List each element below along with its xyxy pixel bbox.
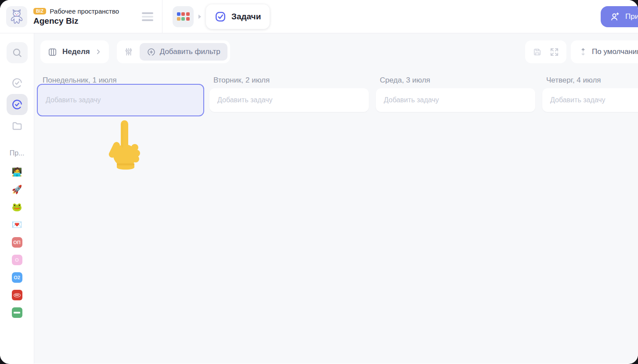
save-icon — [532, 47, 542, 57]
plan-badge: BIZ — [33, 8, 46, 14]
workspace-logo[interactable] — [6, 6, 27, 27]
add-task-placeholder: Добавить задачу — [550, 96, 606, 104]
save-view-button[interactable] — [532, 47, 542, 57]
projects-section-label: Пр... — [10, 149, 25, 157]
invite-button[interactable]: Пригласить — [601, 6, 638, 27]
green-brand-logo-bar — [14, 312, 20, 314]
check-circle-icon-active — [11, 99, 23, 110]
project-avatar-technologist-emoji[interactable]: 🧑‍💻 — [12, 167, 22, 177]
sidebar-item-projects[interactable] — [11, 120, 23, 132]
app-window: BIZ Рабочее пространство Agency Biz — [0, 0, 638, 364]
sidebar-item-tasks-active[interactable] — [7, 94, 28, 115]
tab-tasks-label: Задачи — [231, 12, 261, 22]
add-task-input-monday[interactable]: Добавить задачу — [37, 84, 204, 116]
week-columns: Понедельник, 1 июля Добавить задачу Втор… — [34, 63, 638, 112]
add-filter-label: Добавить фильтр — [160, 47, 220, 56]
fullscreen-button[interactable] — [549, 47, 559, 57]
project-avatar-frog-emoji[interactable]: 🐸 — [12, 202, 22, 213]
workspace-switcher: BIZ Рабочее пространство Agency Biz — [0, 0, 162, 33]
expand-icon — [549, 47, 559, 57]
sort-label: По умолчанию — [592, 47, 638, 56]
project-avatar-op[interactable]: ОП — [12, 237, 22, 248]
project-avatar-o[interactable]: О — [12, 255, 22, 265]
top-bar: BIZ Рабочее пространство Agency Biz — [0, 0, 638, 33]
workspace-menu-icon[interactable] — [140, 10, 155, 24]
day-column-title: Среда, 3 июля — [376, 76, 535, 85]
week-view-icon — [47, 47, 58, 57]
project-avatar-red-brand-logo[interactable] — [12, 290, 22, 300]
apps-grid-button[interactable] — [173, 6, 194, 27]
chevron-right-icon — [95, 48, 102, 55]
day-column-thursday: Четверг, 4 июля Добавить задачу — [542, 76, 638, 112]
view-actions-group — [525, 40, 566, 63]
search-icon — [11, 47, 23, 58]
add-task-input-thursday[interactable]: Добавить задачу — [542, 88, 638, 112]
day-column-monday: Понедельник, 1 июля Добавить задачу — [39, 76, 202, 112]
red-brand-logo-oval — [14, 293, 21, 297]
search-button[interactable] — [7, 42, 28, 63]
pointing-hand-emoji — [102, 119, 143, 172]
apps-grid-icon — [177, 12, 190, 21]
day-column-title: Четверг, 4 июля — [542, 76, 638, 85]
sliders-icon — [124, 47, 133, 57]
add-task-input-wednesday[interactable]: Добавить задачу — [376, 88, 535, 112]
week-board-area: Неделя — [34, 33, 638, 364]
workspace-type-label: Рабочее пространство — [50, 7, 119, 15]
workspace-name: Agency Biz — [33, 16, 119, 26]
plus-circle-icon — [147, 47, 156, 57]
add-filter-button[interactable]: Добавить фильтр — [140, 43, 227, 61]
add-task-placeholder: Добавить задачу — [217, 96, 273, 104]
tasks-checkbox-icon — [215, 11, 226, 22]
add-task-placeholder: Добавить задачу — [46, 96, 101, 104]
project-avatar-o2[interactable]: О2 — [12, 272, 22, 283]
sidebar-item-my-tasks[interactable] — [11, 77, 23, 89]
person-plus-icon — [609, 11, 620, 22]
filter-group: Добавить фильтр — [117, 40, 230, 63]
day-column-title: Понедельник, 1 июля — [39, 76, 202, 85]
project-avatar-green-brand-logo[interactable] — [12, 307, 22, 318]
add-task-input-tuesday[interactable]: Добавить задачу — [209, 88, 369, 112]
add-task-placeholder: Добавить задачу — [384, 96, 439, 104]
sort-arrows-icon — [579, 47, 588, 56]
workspace-text: BIZ Рабочее пространство Agency Biz — [33, 7, 119, 26]
tab-tasks[interactable]: Задачи — [206, 4, 270, 29]
tab-bar: Задачи — [162, 4, 270, 29]
cat-mascot-icon — [8, 8, 25, 25]
check-circle-icon — [11, 77, 23, 89]
folder-icon — [11, 120, 23, 132]
breadcrumb-caret-icon — [198, 14, 201, 19]
project-avatar-envelope-emoji[interactable]: 💌 — [12, 220, 22, 230]
day-column-title: Вторник, 2 июля — [209, 76, 369, 85]
invite-button-label: Пригласить — [625, 12, 638, 21]
period-selector-button[interactable]: Неделя — [40, 40, 109, 63]
board-toolbar: Неделя — [34, 40, 638, 63]
day-column-tuesday: Вторник, 2 июля Добавить задачу — [209, 76, 369, 112]
sort-selector-button[interactable]: По умолчанию — [571, 40, 638, 63]
sidebar: Пр... 🧑‍💻 🚀 🐸 💌 ОП О О2 — [0, 33, 34, 364]
day-column-wednesday: Среда, 3 июля Добавить задачу — [376, 76, 535, 112]
period-label: Неделя — [62, 47, 90, 56]
project-avatar-rocket-emoji[interactable]: 🚀 — [12, 184, 22, 195]
filter-settings-button[interactable] — [122, 43, 135, 61]
